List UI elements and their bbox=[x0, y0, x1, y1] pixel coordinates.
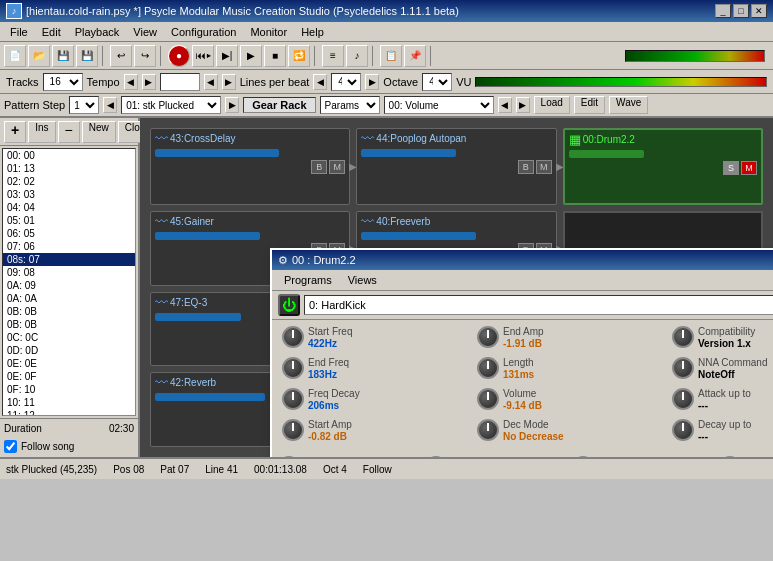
list-item[interactable]: 09: 08 bbox=[3, 266, 135, 279]
redo-button[interactable]: ↪ bbox=[134, 45, 156, 67]
play-pattern-button[interactable]: ▶| bbox=[216, 45, 238, 67]
list-item[interactable]: 0E: 0F bbox=[3, 370, 135, 383]
load-button[interactable]: Load bbox=[534, 96, 570, 114]
copy-button[interactable]: 📋 bbox=[380, 45, 402, 67]
list-item[interactable]: 01: 13 bbox=[3, 162, 135, 175]
dialog-menu-programs[interactable]: Programs bbox=[276, 272, 340, 288]
saveas-button[interactable]: 💾 bbox=[76, 45, 98, 67]
edit-button[interactable]: Edit bbox=[574, 96, 605, 114]
list-item[interactable]: 00: 00 bbox=[3, 149, 135, 162]
list-item[interactable]: 0F: 10 bbox=[3, 383, 135, 396]
knob-nna[interactable] bbox=[672, 357, 694, 379]
minus-button[interactable]: − bbox=[58, 121, 80, 143]
menu-monitor[interactable]: Monitor bbox=[244, 23, 293, 41]
knob-start-amp[interactable] bbox=[282, 419, 304, 441]
menu-view[interactable]: View bbox=[127, 23, 163, 41]
lines-up[interactable]: ▶ bbox=[365, 74, 379, 90]
pattern-list[interactable]: 00: 00 01: 13 02: 02 03: 03 04: 04 05: 0… bbox=[2, 148, 136, 416]
list-item[interactable]: 0A: 0A bbox=[3, 292, 135, 305]
stop-button[interactable]: ■ bbox=[264, 45, 286, 67]
list-item[interactable]: 0A: 09 bbox=[3, 279, 135, 292]
tempo-down[interactable]: ◀ bbox=[124, 74, 138, 90]
list-item[interactable]: 07: 06 bbox=[3, 240, 135, 253]
list-item[interactable]: 0E: 0E bbox=[3, 357, 135, 370]
tracks-select[interactable]: 16 bbox=[43, 73, 83, 91]
minimize-button[interactable]: _ bbox=[715, 4, 731, 18]
new-button[interactable]: 📄 bbox=[4, 45, 26, 67]
drum-power-button[interactable]: ⏻ bbox=[278, 294, 300, 316]
list-item[interactable]: 0D: 0D bbox=[3, 344, 135, 357]
menu-playback[interactable]: Playback bbox=[69, 23, 126, 41]
play-from-button[interactable]: ▶ bbox=[240, 45, 262, 67]
save-button[interactable]: 💾 bbox=[52, 45, 74, 67]
module-m-btn-ap[interactable]: M bbox=[536, 160, 552, 174]
maximize-button[interactable]: □ bbox=[733, 4, 749, 18]
knob-freq-decay[interactable] bbox=[282, 388, 304, 410]
ins-button[interactable]: Ins bbox=[28, 121, 55, 143]
tempo-up[interactable]: ▶ bbox=[142, 74, 156, 90]
menu-edit[interactable]: Edit bbox=[36, 23, 67, 41]
menu-help[interactable]: Help bbox=[295, 23, 330, 41]
knob-compatibility[interactable] bbox=[672, 326, 694, 348]
module-b-btn-ap[interactable]: B bbox=[518, 160, 534, 174]
wave-button[interactable]: Wave bbox=[609, 96, 648, 114]
dialog-menu-views[interactable]: Views bbox=[340, 272, 385, 288]
drum-preset-select[interactable]: 0: HardKick bbox=[304, 295, 773, 315]
list-item[interactable]: 0B: 0B bbox=[3, 318, 135, 331]
knob-start-freq[interactable] bbox=[282, 326, 304, 348]
new-pattern-button[interactable]: New bbox=[82, 121, 116, 143]
module-m-btn[interactable]: M bbox=[329, 160, 345, 174]
menu-configuration[interactable]: Configuration bbox=[165, 23, 242, 41]
vol-prev[interactable]: ◀ bbox=[498, 97, 512, 113]
knob-drum-thump-mix[interactable] bbox=[425, 456, 447, 457]
undo-button[interactable]: ↩ bbox=[110, 45, 132, 67]
song-view-button[interactable]: ♪ bbox=[346, 45, 368, 67]
list-item[interactable]: 02: 02 bbox=[3, 175, 135, 188]
list-item-selected[interactable]: 08s: 07 bbox=[3, 253, 135, 266]
knob-thump-length[interactable] bbox=[572, 456, 594, 457]
follow-song-checkbox[interactable] bbox=[4, 440, 17, 453]
knob-attack[interactable] bbox=[672, 388, 694, 410]
play-start-button[interactable]: ⏮▶ bbox=[192, 45, 214, 67]
knob-length[interactable] bbox=[477, 357, 499, 379]
menu-file[interactable]: File bbox=[4, 23, 34, 41]
tempo-fine-down[interactable]: ◀ bbox=[204, 74, 218, 90]
pattern-name-select[interactable]: 01: stk Plucked bbox=[121, 96, 221, 114]
octave-select[interactable]: 4 bbox=[422, 73, 452, 91]
params-select[interactable]: Params bbox=[320, 96, 380, 114]
open-button[interactable]: 📂 bbox=[28, 45, 50, 67]
module-s-btn-drum[interactable]: S bbox=[723, 161, 739, 175]
knob-sustain-vol[interactable] bbox=[278, 456, 300, 457]
list-item[interactable]: 10: 11 bbox=[3, 396, 135, 409]
lines-select[interactable]: 4 bbox=[331, 73, 361, 91]
knob-end-freq[interactable] bbox=[282, 357, 304, 379]
list-item[interactable]: 03: 03 bbox=[3, 188, 135, 201]
list-item[interactable]: 06: 05 bbox=[3, 227, 135, 240]
paste-button[interactable]: 📌 bbox=[404, 45, 426, 67]
close-button[interactable]: ✕ bbox=[751, 4, 767, 18]
pattern-view-button[interactable]: ≡ bbox=[322, 45, 344, 67]
list-item[interactable]: 04: 04 bbox=[3, 201, 135, 214]
pattern-step-select[interactable]: 1 bbox=[69, 96, 99, 114]
vol-next[interactable]: ▶ bbox=[516, 97, 530, 113]
tempo-input[interactable]: 205 bbox=[160, 73, 200, 91]
list-item[interactable]: 05: 01 bbox=[3, 214, 135, 227]
knob-dec-mode[interactable] bbox=[477, 419, 499, 441]
record-button[interactable]: ● bbox=[168, 45, 190, 67]
list-item[interactable]: 0C: 0C bbox=[3, 331, 135, 344]
list-item[interactable]: 11: 12 bbox=[3, 409, 135, 416]
knob-thump-freq[interactable] bbox=[719, 456, 741, 457]
knob-volume[interactable] bbox=[477, 388, 499, 410]
knob-decay-up[interactable] bbox=[672, 419, 694, 441]
knob-end-amp[interactable] bbox=[477, 326, 499, 348]
lines-down[interactable]: ◀ bbox=[313, 74, 327, 90]
module-b-btn[interactable]: B bbox=[311, 160, 327, 174]
volume-select[interactable]: 00: Volume bbox=[384, 96, 494, 114]
pattern-prev[interactable]: ◀ bbox=[103, 97, 117, 113]
module-m-btn-drum[interactable]: M bbox=[741, 161, 757, 175]
tempo-fine-up[interactable]: ▶ bbox=[222, 74, 236, 90]
list-item[interactable]: 0B: 0B bbox=[3, 305, 135, 318]
plus-button[interactable]: + bbox=[4, 121, 26, 143]
pattern-next[interactable]: ▶ bbox=[225, 97, 239, 113]
loop-button[interactable]: 🔁 bbox=[288, 45, 310, 67]
